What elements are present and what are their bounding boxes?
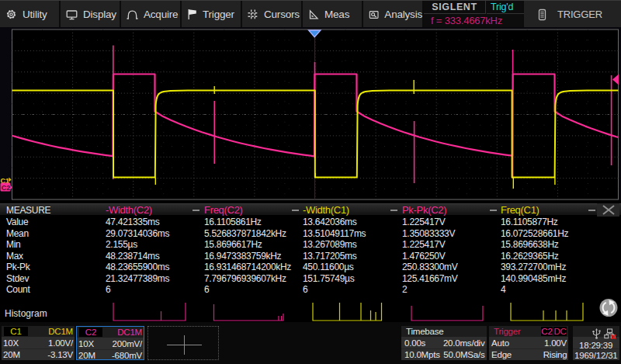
svg-text:Histogram: Histogram bbox=[5, 308, 47, 319]
svg-text:C2: C2 bbox=[2, 184, 11, 192]
